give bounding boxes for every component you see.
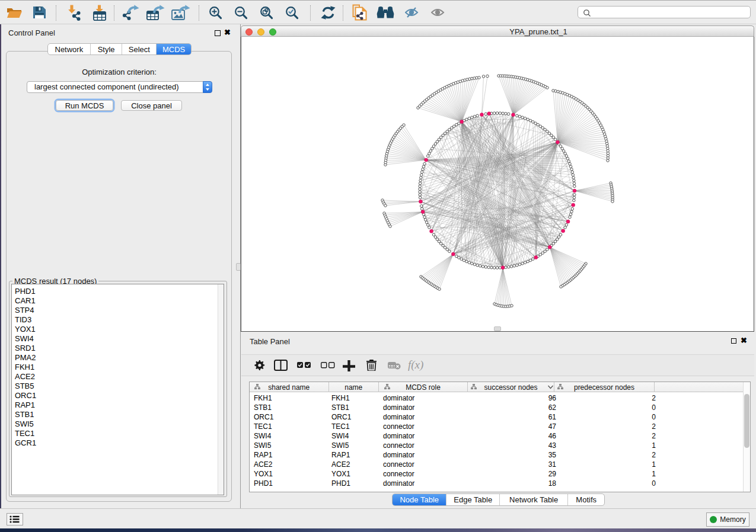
svg-text:f(x): f(x) [408,360,423,371]
